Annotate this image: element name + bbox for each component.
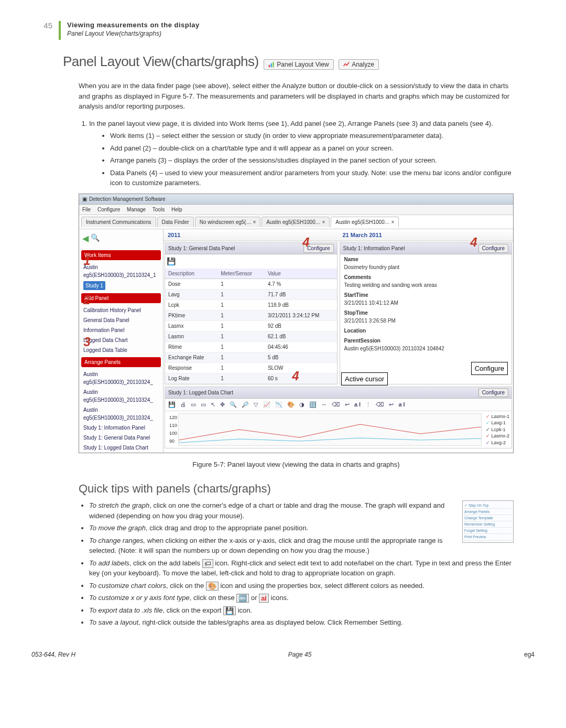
svg-rect-2 bbox=[273, 62, 274, 67]
save-icon[interactable]: 💾 bbox=[167, 257, 176, 265]
legend-item[interactable]: Lavg-2 bbox=[486, 440, 509, 446]
top-panel-row: Study 1: General Data Panel Configure 💾 … bbox=[164, 241, 513, 386]
arrange-item[interactable]: Study 1: Logged Data Chart bbox=[79, 443, 163, 453]
bullet-work-items: Work items (1) – select either the sessi… bbox=[110, 131, 514, 141]
window-titlebar: ▣ Detection Management Software bbox=[79, 194, 513, 205]
configure-button[interactable]: Configure bbox=[478, 244, 508, 253]
legend-item[interactable]: Lasmx-2 bbox=[486, 433, 509, 440]
arrange-item[interactable]: Austin eg5(ESH100003)_20110324_ bbox=[79, 369, 163, 387]
info-field: StartTime3/21/2011 10:41:12 AM bbox=[340, 290, 512, 308]
search-icon[interactable]: 🔍 bbox=[91, 232, 100, 245]
legend-item[interactable]: Lcpk-1 bbox=[486, 426, 509, 433]
tip-move: To move the graph, click drag and drop t… bbox=[89, 523, 514, 533]
configure-button[interactable]: Configure bbox=[478, 388, 508, 397]
callout-4a: 4 bbox=[299, 236, 313, 250]
table-row: Lasmx192 dB bbox=[165, 321, 337, 331]
tab-data-finder[interactable]: Data Finder bbox=[157, 217, 194, 227]
step1-lead: In the panel layout view page, it is div… bbox=[89, 120, 493, 127]
legend-item[interactable]: Lavg-1 bbox=[486, 420, 509, 426]
figure-screenshot: ▣ Detection Management Software File Con… bbox=[79, 194, 514, 453]
callout-2: 2 bbox=[80, 294, 94, 307]
chart-panel-title: Study 1: Logged Data Chart bbox=[168, 389, 233, 397]
callout-4b: 4 bbox=[467, 236, 481, 250]
col-meter: Meter/Sensor bbox=[217, 269, 265, 279]
menu-file[interactable]: File bbox=[82, 207, 91, 212]
tab-session-1[interactable]: No windscreen eg5(… × bbox=[195, 217, 261, 227]
bullet-data-panels: Data Panels (4) – used to view your meas… bbox=[110, 168, 514, 188]
callout-4c: 4 bbox=[289, 370, 302, 383]
arrange-item[interactable]: Study 1: Information Panel bbox=[79, 423, 163, 433]
bullet-add-panel: Add panel (2) – double-click on a chart/… bbox=[110, 143, 514, 154]
info-field: Location bbox=[340, 326, 512, 336]
chart-toolbar[interactable]: 💾 🖨 ▭ ▭ ↖ ✥ 🔍 🔎 ▽ 📈 📉 🎨 ◑ 🔢 ↔ ⌫ ↩ al ⋮ ⌫… bbox=[165, 399, 511, 411]
table-row: Log Rate160 s bbox=[165, 373, 337, 384]
add-item-general[interactable]: General Data Panel bbox=[79, 315, 163, 325]
legend-item[interactable]: Lasmx-1 bbox=[486, 413, 509, 420]
table-row: Lavg171.7 dB bbox=[165, 290, 337, 300]
menu-configure[interactable]: Configure bbox=[97, 207, 120, 212]
tip-save-layout: To save a layout, right-click outside th… bbox=[89, 617, 514, 628]
arrange-panels-header[interactable]: Arrange Panels bbox=[81, 357, 161, 367]
x-axis-font-icon[interactable]: 🔤 bbox=[236, 594, 249, 603]
quick-tips-list: To stretch the graph, click on one the c… bbox=[89, 500, 514, 628]
section-heading: Panel Layout View(charts/graphs) bbox=[63, 53, 259, 70]
menubar[interactable]: File Configure Manage Tools Help bbox=[79, 205, 513, 215]
context-menu-thumbnail: ✓ Stay On Top Arrange Panels Change Temp… bbox=[462, 500, 514, 543]
footer-left: 053-644, Rev H bbox=[31, 651, 75, 658]
tip-axis-font: To customize x or y axis font type, clic… bbox=[89, 593, 514, 603]
table-row: Rtime104:45:46 bbox=[165, 342, 337, 352]
general-panel-title: Study 1: General Data Panel bbox=[168, 244, 235, 252]
col-description: Description bbox=[165, 269, 217, 279]
callout-1: 1 bbox=[80, 254, 94, 268]
tab-session-2[interactable]: Austin eg5(ESH1000… × bbox=[262, 217, 330, 227]
table-row: PKtime13/21/2011 3:24:12 PM bbox=[165, 311, 337, 321]
chart-y-axis: 120 110 100 90 bbox=[167, 413, 178, 446]
figure-caption: Figure 5-7: Panel layout view (viewing t… bbox=[79, 459, 514, 470]
panel-layout-view-label: Panel Layout View bbox=[277, 61, 329, 68]
tip-labels: To add labels, click on the add labels 🏷… bbox=[89, 558, 514, 579]
header-text-block: Viewing measurements on the display Pane… bbox=[67, 21, 200, 38]
menu-manage[interactable]: Manage bbox=[127, 207, 146, 212]
arrange-item[interactable]: Study 1: General Data Panel bbox=[79, 433, 163, 443]
tip-ranges: To change ranges, when clicking on eithe… bbox=[89, 536, 514, 556]
analyze-button[interactable]: Analyze bbox=[339, 59, 379, 70]
add-item-information[interactable]: Information Panel bbox=[79, 325, 163, 335]
menu-help[interactable]: Help bbox=[171, 207, 182, 212]
y-axis-font-icon[interactable]: al bbox=[259, 594, 269, 603]
info-field: ParentSessionAustin eg5(ESH100003) 20110… bbox=[340, 336, 512, 354]
add-labels-icon[interactable]: 🏷 bbox=[202, 559, 213, 568]
tip-stretch: To stretch the graph, click on one the c… bbox=[89, 500, 514, 521]
general-data-table: Description Meter/Sensor Value Dose14.7 … bbox=[165, 269, 337, 384]
panel-layout-view-button[interactable]: Panel Layout View bbox=[264, 59, 333, 70]
step1-bullets: Work items (1) – select either the sessi… bbox=[110, 131, 514, 188]
quick-tips-heading: Quick tips with panels (charts/graphs) bbox=[79, 480, 514, 497]
callout-configure: Configure bbox=[471, 362, 508, 376]
tip-export: To export data to .xls file, click on th… bbox=[89, 605, 514, 616]
chart-icon bbox=[268, 61, 275, 68]
logged-data-chart-panel: Study 1: Logged Data Chart Configure 💾 🖨… bbox=[165, 387, 512, 448]
table-row: Dose14.7 % bbox=[165, 279, 337, 290]
arrange-item[interactable]: Austin eg5(ESH100003)_20110324_ bbox=[79, 405, 163, 423]
dashboard: 2011 21 March 2011 Study 1: General Data… bbox=[164, 229, 513, 453]
analyze-label: Analyze bbox=[352, 61, 374, 68]
export-icon[interactable]: 💾 bbox=[223, 606, 236, 615]
document-tabs: Instrument Communications Data Finder No… bbox=[79, 215, 513, 229]
callout-3: 3 bbox=[80, 336, 94, 349]
arrange-item[interactable]: Austin eg5(ESH100003)_20110324_ bbox=[79, 387, 163, 405]
page-number-top: 45 bbox=[31, 21, 52, 30]
menu-tools[interactable]: Tools bbox=[153, 207, 165, 212]
back-icon[interactable]: ◀ bbox=[82, 232, 89, 245]
header-subtitle: Panel Layout View(charts/graphs) bbox=[67, 30, 200, 38]
tab-session-3[interactable]: Austin eg5(ESH1000… × bbox=[331, 217, 399, 227]
analyze-icon bbox=[343, 61, 350, 68]
table-row: Response1SLOW bbox=[165, 363, 337, 373]
chart-legend: Lasmx-1 Lavg-1 Lcpk-1 Lasmx-2 Lavg-2 bbox=[486, 413, 509, 446]
chart-plot-area[interactable] bbox=[178, 413, 482, 446]
work-item-study[interactable]: Study 1 bbox=[83, 281, 105, 290]
palette-icon[interactable]: 🎨 bbox=[206, 582, 219, 591]
tab-instrument-comm[interactable]: Instrument Communications bbox=[81, 217, 156, 227]
info-field: StopTime3/21/2011 3:26:58 PM bbox=[340, 308, 512, 326]
info-field: CommentsTesting welding and sanding work… bbox=[340, 272, 512, 290]
callout-active-cursor: Active cursor bbox=[341, 372, 388, 386]
footer-center: Page 45 bbox=[288, 651, 312, 658]
